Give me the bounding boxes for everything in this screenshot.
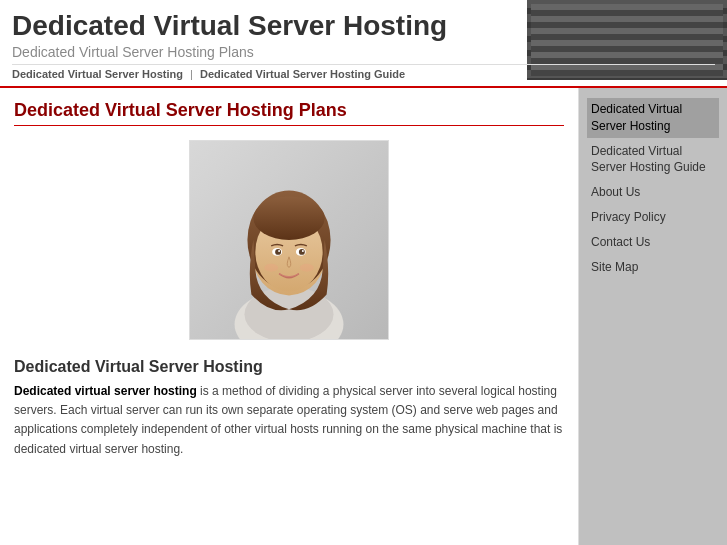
main-content: Dedicated Virtual Server Hosting Plans — [0, 88, 579, 545]
sidebar-item-5[interactable]: Site Map — [587, 256, 719, 279]
svg-point-7 — [253, 196, 324, 240]
body-highlight: Dedicated virtual server hosting — [14, 384, 197, 398]
sidebar: Dedicated Virtual Server HostingDedicate… — [579, 88, 727, 545]
person-svg — [190, 141, 388, 339]
breadcrumb-link-2[interactable]: Dedicated Virtual Server Hosting Guide — [200, 68, 405, 80]
page-header: Dedicated Virtual Server Hosting Dedicat… — [0, 0, 727, 88]
sidebar-item-3[interactable]: Privacy Policy — [587, 206, 719, 229]
sidebar-item-0[interactable]: Dedicated Virtual Server Hosting — [587, 98, 719, 138]
svg-point-11 — [299, 249, 305, 255]
section-title: Dedicated Virtual Server Hosting — [14, 358, 564, 376]
breadcrumb-link-1[interactable]: Dedicated Virtual Server Hosting — [12, 68, 183, 80]
sidebar-item-4[interactable]: Contact Us — [587, 231, 719, 254]
site-subtitle: Dedicated Virtual Server Hosting Plans — [12, 44, 715, 60]
svg-point-15 — [300, 264, 314, 272]
person-image — [189, 140, 389, 340]
svg-point-12 — [278, 250, 280, 252]
breadcrumb-separator: | — [190, 68, 193, 80]
svg-point-10 — [275, 249, 281, 255]
body-paragraph: Dedicated virtual server hosting is a me… — [14, 382, 564, 459]
breadcrumb: Dedicated Virtual Server Hosting | Dedic… — [12, 64, 715, 80]
page-heading: Dedicated Virtual Server Hosting Plans — [14, 100, 564, 126]
svg-point-13 — [302, 250, 304, 252]
site-title: Dedicated Virtual Server Hosting — [12, 10, 715, 42]
sidebar-item-1[interactable]: Dedicated Virtual Server Hosting Guide — [587, 140, 719, 180]
page-layout: Dedicated Virtual Server Hosting Plans — [0, 88, 727, 545]
svg-point-14 — [264, 264, 278, 272]
sidebar-item-2[interactable]: About Us — [587, 181, 719, 204]
